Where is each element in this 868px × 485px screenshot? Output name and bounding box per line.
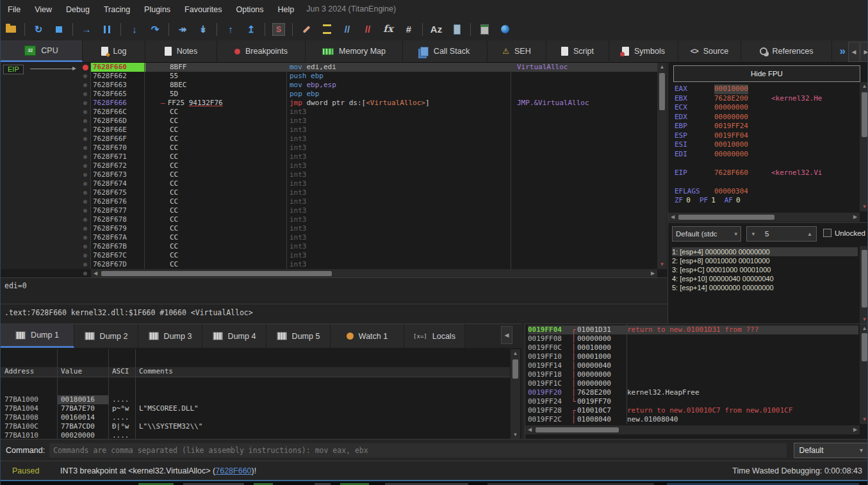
breakpoint-dot[interactable] [80,63,90,72]
stack-row[interactable]: 0019FF28┌010010C7return to new.010010C7 … [528,406,858,415]
dump-row[interactable]: 77BA100800160014.... [1,413,510,422]
breakpoint-dot[interactable] [80,224,90,233]
breakpoint-dot[interactable] [80,108,90,117]
stop-debug-button[interactable] [49,21,69,38]
breakpoint-dot[interactable] [80,206,90,215]
tab-log[interactable]: Log [83,40,145,62]
stack-pane[interactable]: 0019FF04┌01001D31return to new.01001D31 … [525,324,868,439]
disassembly-row[interactable]: 7628F66ECCint3 [91,126,657,135]
disassembly-row[interactable]: 7628F666–FF25 94132F76jmp dword ptr ds:[… [91,99,657,108]
step-out-button[interactable]: ↑ [221,21,240,38]
dump-rows[interactable]: 77BA100000180016....77BA100477BA7E70p~°w… [1,395,510,440]
disassembly-row[interactable]: 7628F673CCint3 [91,170,657,179]
breakpoint-dot[interactable] [80,126,90,135]
dump-pane[interactable]: Dump 1Dump 2Dump 3Dump 4Dump 5Watch 1[x=… [1,324,521,439]
breakpoint-dot[interactable] [80,99,90,108]
disassembly-row[interactable]: 7628F677CCint3 [91,206,657,215]
breakpoint-dot[interactable] [80,269,90,278]
menu-item-tracing[interactable]: Tracing [97,5,137,14]
stack-hscrollbar[interactable]: ◀ ▶ [525,425,860,434]
dump-table[interactable]: Address Value ASCI Comments 77BA10000018… [1,349,510,440]
dump-tab-dump-4[interactable]: Dump 4 [202,324,266,348]
disassembly-row[interactable]: 7628F6608BFFmov edi,ediVirtualAlloc [91,63,657,72]
tab-references[interactable]: References [741,40,832,62]
breakpoint-dot[interactable] [80,251,90,260]
registers-hscrollbar[interactable]: ◀ ▶ [668,213,860,222]
arguments-vscrollbar[interactable]: ▼ [860,246,868,324]
command-input[interactable] [49,443,787,458]
breakpoint-dot[interactable] [80,72,90,81]
tab-breakpoints[interactable]: Breakpoints [217,40,306,62]
stack-row[interactable]: 0019FF14│00000040 [528,361,858,370]
dump-tab-dump-3[interactable]: Dump 3 [138,324,202,348]
step-into-button[interactable]: ↓ [125,21,144,38]
patch-button[interactable] [297,21,316,38]
menu-item-file[interactable]: File [1,5,28,14]
dump-row[interactable]: 77BA100000180016.... [1,395,510,404]
stack-row[interactable]: 0019FF08│00000000 [528,334,858,343]
breakpoint-dot[interactable] [80,144,90,152]
disassembly-row[interactable]: 7628F66FCCint3 [91,135,657,144]
disassembly-row[interactable]: 7628F674CCint3 [91,179,657,188]
dump-tab-dump-5[interactable]: Dump 5 [266,324,331,348]
modules-device-button[interactable] [447,21,466,38]
restart-button[interactable]: ↻ [29,21,48,38]
disassembly-vscrollbar[interactable]: ▲ ▼ [657,63,667,269]
dump-tab-scroll-left-icon[interactable]: ◀ [501,326,512,344]
tab-scroll-left-icon[interactable]: ◀ [848,42,860,62]
disassembly-pane[interactable]: EIP 7628F6608BFFmov edi,ediVirtualAlloc7… [1,62,667,277]
dump-row[interactable]: 77BA100477BA7E70p~°wL"MSCOREE.DLL" [1,404,510,413]
stack-row[interactable]: 0019FF20│7628E200kernel32.HeapFree [528,388,858,397]
register-row[interactable]: EBP0019FF24 [675,122,858,131]
argument-rows[interactable]: 1: [esp+4] 00000000 000000002: [esp+8] 0… [672,247,858,292]
breakpoint-dot[interactable] [80,90,90,99]
stack-row[interactable]: 0019FF0C│00010000 [528,343,858,352]
disassembly-rows[interactable]: 7628F6608BFFmov edi,ediVirtualAlloc7628F… [91,63,657,269]
register-rows[interactable]: EAX00010000EBX7628E200<kernel32.HeECX000… [675,85,858,210]
open-file-button[interactable] [1,21,20,38]
menu-item-options[interactable]: Options [229,5,270,14]
skip-exceptions-button[interactable]: S [269,21,288,38]
breakpoint-dot[interactable] [80,81,90,90]
stack-row[interactable]: 0019FF18│00000000 [528,370,858,379]
argument-row[interactable]: 4: [esp+10] 00000040 00000040 [672,274,858,283]
tab-source[interactable]: <>Source [678,40,741,62]
trace-coverage-into-button[interactable]: // [338,21,357,38]
register-row[interactable]: ESP0019FF04 [675,131,858,141]
disassembly-row[interactable]: 7628F6655Dpop ebp [91,90,657,99]
breakpoint-dot[interactable] [80,170,90,179]
menu-item-favourites[interactable]: Favourites [177,5,229,14]
trace-into-button[interactable]: ↠ [173,21,192,38]
menu-item-debug[interactable]: Debug [59,5,97,14]
breakpoint-dot[interactable] [80,242,90,251]
disassembly-row[interactable]: 7628F67DCCint3 [91,260,657,269]
breakpoint-dot[interactable] [80,260,90,269]
stack-row[interactable]: 0019FF04┌01001D31return to new.01001D31 … [528,325,858,334]
unlocked-checkbox[interactable]: Unlocked [823,229,865,237]
calculator-button[interactable] [475,21,494,38]
register-row[interactable]: EDX00000000 [675,113,858,122]
menu-item-plugins[interactable]: Plugins [137,5,177,14]
trace-coverage-over-button[interactable]: // [358,21,377,38]
tab-symbols[interactable]: Symbols [609,40,678,62]
dump-header-comments[interactable]: Comments [135,367,510,377]
pause-button[interactable] [97,21,117,38]
argument-row[interactable]: 1: [esp+4] 00000000 00000000 [672,247,858,256]
menu-item-view[interactable]: View [28,5,59,14]
argument-count-spinner[interactable]: ▼5▲ [746,226,817,242]
breakpoint-dot[interactable] [80,215,90,224]
dump-tab-watch-1[interactable]: Watch 1 [331,324,404,348]
registers-pane[interactable]: Hide FPU EAX00010000EBX7628E200<kernel32… [667,62,868,222]
argument-row[interactable]: 3: [esp+C] 00001000 00001000 [672,265,858,274]
breakpoint-dot[interactable] [80,135,90,144]
stack-row[interactable]: 0019FF1C│00000000 [528,379,858,388]
trace-over-button[interactable]: ↡ [193,21,213,38]
stack-row[interactable]: 0019FF24└0019FF70 [528,397,858,406]
breakpoint-dot[interactable] [80,197,90,206]
disassembly-row[interactable]: 7628F670CCint3 [91,144,657,152]
dump-header-value[interactable]: Value [57,367,108,377]
disassembly-row[interactable]: 7628F66DCCint3 [91,117,657,126]
dump-header-address[interactable]: Address [1,367,57,377]
assemble-fx-button[interactable]: fx [379,21,398,38]
breakpoint-dot[interactable] [80,152,90,161]
